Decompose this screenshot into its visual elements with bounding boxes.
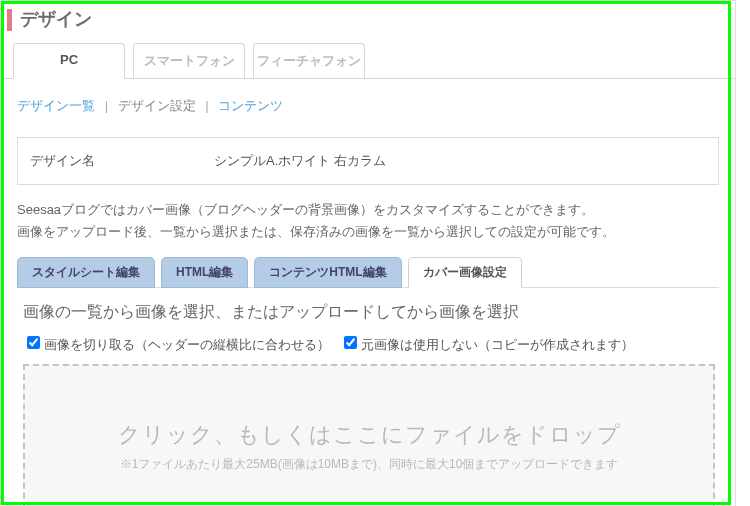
link-contents[interactable]: コンテンツ xyxy=(218,98,283,113)
drop-message: クリック、もしくはここにファイルをドロップ xyxy=(118,420,621,450)
breadcrumb-current: デザイン設定 xyxy=(118,98,196,113)
section-header: 画像の一覧から画像を選択、またはアップロードしてから画像を選択 xyxy=(23,302,713,323)
checkbox-crop-label[interactable]: 画像を切り取る（ヘッダーの縦横比に合わせる） xyxy=(23,337,330,352)
tab-featurephone[interactable]: フィーチャフォン xyxy=(253,43,365,78)
design-name-label: デザイン名 xyxy=(18,138,202,184)
cover-image-section: 画像の一覧から画像を選択、またはアップロードしてから画像を選択 画像を切り取る（… xyxy=(17,287,719,506)
tab-cover-image-settings[interactable]: カバー画像設定 xyxy=(408,257,522,288)
tab-pc[interactable]: PC xyxy=(13,43,125,79)
tab-content-html-edit[interactable]: コンテンツHTML編集 xyxy=(254,257,401,288)
page-title: デザイン xyxy=(1,1,735,37)
checkbox-crop[interactable] xyxy=(27,336,40,349)
breadcrumb-sep: | xyxy=(205,98,208,113)
checkbox-nooriginal-label[interactable]: 元画像は使用しない（コピーが作成されます） xyxy=(340,337,634,352)
sub-tabs: スタイルシート編集 HTML編集 コンテンツHTML編集 カバー画像設定 xyxy=(17,257,719,288)
checkbox-nooriginal[interactable] xyxy=(344,336,357,349)
breadcrumb-sep: | xyxy=(105,98,108,113)
accent-bar xyxy=(7,9,12,31)
breadcrumb: デザイン一覧 | デザイン設定 | コンテンツ xyxy=(17,97,719,115)
tab-stylesheet-edit[interactable]: スタイルシート編集 xyxy=(17,257,155,288)
link-design-list[interactable]: デザイン一覧 xyxy=(17,98,95,113)
tab-html-edit[interactable]: HTML編集 xyxy=(161,257,248,288)
description: Seesaaブログではカバー画像（ブログヘッダーの背景画像）をカスタマイズするこ… xyxy=(17,199,719,243)
file-drop-area[interactable]: クリック、もしくはここにファイルをドロップ ※1ファイルあたり最大25MB(画像… xyxy=(23,364,715,506)
design-name-row: デザイン名 シンプルA.ホワイト 右カラム xyxy=(17,137,719,185)
checkbox-line: 画像を切り取る（ヘッダーの縦横比に合わせる） 元画像は使用しない（コピーが作成さ… xyxy=(23,333,713,354)
design-name-value: シンプルA.ホワイト 右カラム xyxy=(202,138,718,184)
window: デザイン PC スマートフォン フィーチャフォン デザイン一覧 | デザイン設定… xyxy=(0,0,736,506)
drop-hint: ※1ファイルあたり最大25MB(画像は10MBまで)、同時に最大10個までアップ… xyxy=(120,456,619,473)
tab-smartphone[interactable]: スマートフォン xyxy=(133,43,245,78)
content-area: デザイン一覧 | デザイン設定 | コンテンツ デザイン名 シンプルA.ホワイト… xyxy=(1,79,735,506)
page-title-text: デザイン xyxy=(20,9,92,29)
device-tabs: PC スマートフォン フィーチャフォン xyxy=(1,37,735,79)
